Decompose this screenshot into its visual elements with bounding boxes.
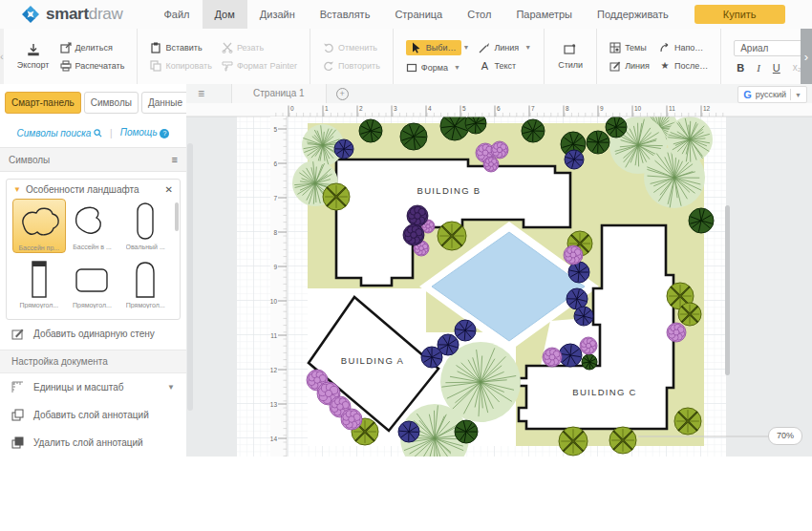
tree-navy[interactable]	[421, 347, 442, 368]
tree-olive[interactable]	[323, 183, 350, 210]
units-caret-icon[interactable]: ▼	[167, 383, 175, 392]
menu-item-4[interactable]: Вставлять	[308, 0, 383, 29]
help-link[interactable]: Помощь ?	[120, 127, 170, 138]
pages-menu-icon[interactable]: ≡	[198, 87, 204, 100]
export-button[interactable]: Экспорт	[17, 43, 50, 70]
panel-scrollbar[interactable]	[187, 143, 193, 411]
cut-button[interactable]: Резать	[222, 42, 297, 53]
site-plan[interactable]: BUILDING BBUILDING ABUILDING C	[292, 109, 714, 457]
symbol-rect-tall[interactable]: Прямоугол...	[12, 257, 66, 309]
underline-button[interactable]: U	[773, 62, 780, 74]
zoom-level-badge[interactable]: 70%	[768, 427, 802, 445]
collapse-triangle-icon[interactable]: ▼	[13, 185, 21, 194]
note-button[interactable]: Напо…	[659, 42, 708, 53]
tree-lilac[interactable]	[580, 337, 597, 354]
tree-lilac[interactable]	[341, 409, 362, 430]
palette-scrollbar[interactable]	[175, 202, 179, 231]
format-painter-button[interactable]: Формат Painter	[222, 60, 297, 72]
tree-dark[interactable]	[587, 131, 609, 154]
tree-navy[interactable]	[559, 344, 582, 367]
tree-plum[interactable]	[407, 205, 428, 226]
redo-button[interactable]: Повторить	[323, 60, 380, 72]
tree-dark[interactable]	[455, 420, 478, 443]
tree-lilac[interactable]	[543, 348, 562, 367]
copy-button[interactable]: Копировать	[150, 60, 211, 72]
tree-dark[interactable]	[606, 117, 627, 138]
line-tool-button[interactable]: Линия▼	[479, 42, 531, 53]
symbols-section-header[interactable]: Символы ≡	[0, 147, 186, 172]
tree-dark[interactable]	[689, 208, 714, 233]
symbol-search-link[interactable]: Символы поиска	[17, 128, 102, 138]
menu-item-8[interactable]: Поддерживать	[585, 0, 681, 29]
symbol-rect-round[interactable]: Прямоугол...	[66, 257, 119, 309]
tree-lilac[interactable]	[483, 157, 499, 172]
select-caret-icon[interactable]: ▼	[463, 44, 470, 51]
text-tool-button[interactable]: A Текст	[479, 60, 531, 72]
add-wall-button[interactable]: Добавить одинарную стену	[0, 320, 186, 348]
tree-dark[interactable]	[582, 354, 597, 370]
tree-palm[interactable]	[667, 117, 713, 162]
symbol-pool-free[interactable]: Бассейн пр...	[12, 199, 66, 253]
tree-navy[interactable]	[568, 262, 589, 283]
symbol-arch-b[interactable]	[66, 313, 119, 320]
toolbar-scroll-right-icon[interactable]: ›	[801, 29, 812, 84]
menu-item-1[interactable]: Файл	[151, 0, 202, 29]
page-tab[interactable]: Страница 1	[231, 84, 327, 103]
shape-tool-button[interactable]: Форма▼	[406, 62, 470, 74]
tree-navy[interactable]	[455, 320, 476, 341]
share-button[interactable]: Делиться	[60, 42, 125, 53]
language-selector[interactable]: G русский ▼	[737, 86, 807, 103]
hamburger-icon[interactable]: ≡	[172, 154, 178, 165]
tree-olive[interactable]	[674, 408, 701, 435]
tree-navy[interactable]	[398, 421, 419, 442]
tree-olive[interactable]	[559, 427, 588, 456]
line-style-button[interactable]: Линия	[609, 60, 650, 72]
symbol-oval[interactable]: Овальный ...	[118, 199, 172, 253]
menu-item-7[interactable]: Параметры	[503, 0, 585, 29]
tree-dark[interactable]	[359, 119, 382, 142]
doc-settings-header: Настройка документа	[0, 350, 186, 373]
add-annotation-layer-button[interactable]: Добавить слой аннотаций	[0, 401, 186, 429]
paste-button[interactable]: Вставить	[150, 42, 211, 53]
remove-annotation-layer-button[interactable]: Удалить слой аннотаций	[0, 429, 186, 457]
tree-navy[interactable]	[334, 139, 353, 159]
effects-button[interactable]: ★ После…	[659, 60, 708, 72]
tree-olive[interactable]	[609, 427, 636, 454]
tree-olive[interactable]	[438, 222, 466, 250]
symbol-rect-arch[interactable]: Прямоугол...	[118, 257, 172, 309]
add-page-icon[interactable]: +	[336, 88, 349, 100]
tree-plum[interactable]	[403, 224, 424, 245]
tree-dark[interactable]	[522, 119, 545, 142]
smartdraw-logo[interactable]: smartdraw	[21, 5, 122, 24]
units-scale-button[interactable]: Единицы и масштаб ▼	[0, 373, 186, 401]
symbol-arch-a[interactable]	[12, 313, 66, 320]
tree-navy[interactable]	[574, 307, 593, 326]
tree-olive[interactable]	[678, 303, 701, 326]
tree-lilac[interactable]	[667, 323, 686, 342]
print-button[interactable]: Распечатать	[60, 60, 125, 72]
tab-smart-panel[interactable]: Смарт-панель	[5, 92, 81, 114]
menu-item-2[interactable]: Дом	[203, 0, 247, 29]
themes-button[interactable]: Темы	[609, 42, 650, 53]
buy-button[interactable]: Купить	[694, 5, 785, 24]
tab-data[interactable]: Данные	[141, 92, 189, 114]
drawing-canvas[interactable]: BUILDING BBUILDING ABUILDING C0123456789…	[186, 103, 812, 457]
italic-button[interactable]: I	[757, 62, 760, 74]
select-tool-button[interactable]: Выби…	[406, 40, 461, 55]
symbol-pool-bean[interactable]: Бассейн в ...	[66, 199, 119, 253]
tree-lilac[interactable]	[564, 245, 583, 265]
bold-button[interactable]: B	[737, 62, 744, 74]
styles-button[interactable]: Стили	[558, 43, 583, 70]
undo-button[interactable]: Отменить	[323, 42, 380, 53]
tab-symbols[interactable]: Символы	[84, 92, 139, 114]
menu-item-5[interactable]: Страница	[382, 0, 455, 29]
palette-close-icon[interactable]: ✕	[165, 184, 173, 195]
menu-item-6[interactable]: Стол	[455, 0, 503, 29]
symbol-arch-c[interactable]	[118, 313, 172, 320]
menu-item-3[interactable]: Дизайн	[247, 0, 308, 29]
palette-header[interactable]: ▼ Особенности ландшафта ✕	[7, 180, 180, 197]
tree-navy[interactable]	[565, 150, 584, 169]
tree-lilac[interactable]	[491, 141, 508, 159]
canvas-vertical-scrollbar[interactable]	[725, 205, 730, 375]
tree-dark[interactable]	[400, 123, 427, 150]
